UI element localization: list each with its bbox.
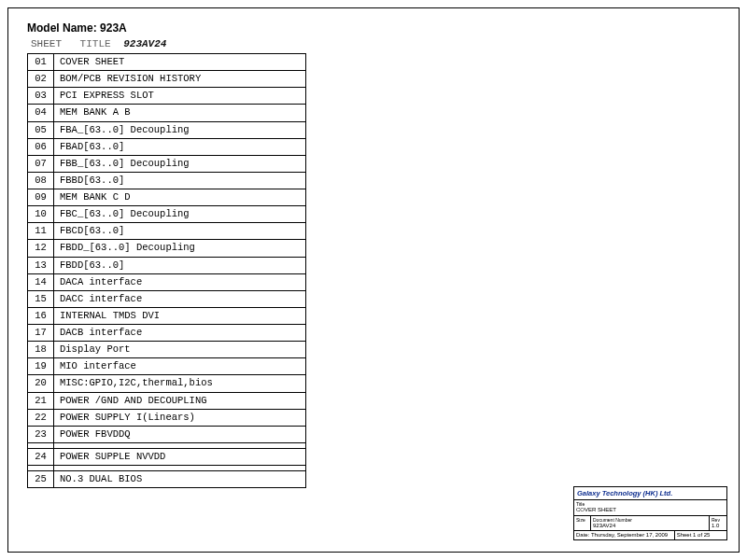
toc-col-title-value: 923AV24 [123,38,166,49]
toc-row-num: 03 [28,88,54,105]
toc-row-title: POWER SUPPLE NVVDD [54,448,306,465]
toc-row-num: 11 [28,223,54,240]
toc-row-num: 23 [28,426,54,442]
tb-of-label: of [698,532,702,538]
table-row: 15DACC interface [28,290,306,307]
toc-row-num: 09 [28,189,54,206]
table-row: 20MISC:GPIO,I2C,thermal,bios [28,375,306,392]
table-row: 18Display Port [28,342,306,358]
tb-sheet-value: 1 [693,532,696,538]
toc-row-title: MEM BANK A B [54,105,306,121]
table-row: 19MIO interface [28,358,306,375]
toc-row-num: 19 [28,358,54,375]
toc-row-title: POWER /GND AND DECOUPLING [54,392,306,409]
toc-row-num: 04 [28,105,54,121]
toc-row-title: FBCD[63..0] [54,223,306,240]
tb-date-label: Date: [576,532,589,538]
toc-row-title: PCI EXPRESS SLOT [54,88,306,105]
toc-row-title: MISC:GPIO,I2C,thermal,bios [54,375,306,392]
table-row: 13FBDD[63..0] [28,257,306,273]
toc-row-num: 18 [28,342,54,358]
toc-row-num: 07 [28,155,54,172]
tb-title-value: COVER SHEET [576,507,725,513]
sheet-index: Model Name: 923A SHEET TITLE 923AV24 01C… [27,21,306,488]
toc-row-title: FBAD[63..0] [54,138,306,155]
toc-row-num: 25 [28,471,54,488]
toc-row-title: BOM/PCB REVISION HISTORY [54,71,306,88]
table-row: 08FBBD[63..0] [28,172,306,189]
toc-header: SHEET TITLE 923AV24 [27,38,306,49]
table-row: 09MEM BANK C D [28,189,306,206]
table-row: 14DACA interface [28,273,306,290]
toc-row-num: 05 [28,121,54,138]
table-row: 12FBDD_[63..0] Decoupling [28,240,306,257]
toc-row-title: Display Port [54,342,306,358]
toc-row-title: FBB_[63..0] Decoupling [54,155,306,172]
toc-row-title: DACA interface [54,273,306,290]
table-row: 02BOM/PCB REVISION HISTORY [28,71,306,88]
toc-col-sheet: SHEET [27,38,64,49]
toc-row-title: DACB interface [54,325,306,342]
toc-row-title: INTERNAL TMDS DVI [54,307,306,324]
table-row: 25NO.3 DUAL BIOS [28,471,306,488]
toc-row-title: MEM BANK C D [54,189,306,206]
toc-row-num: 20 [28,375,54,392]
table-row: 16INTERNAL TMDS DVI [28,307,306,324]
table-row: 05FBA_[63..0] Decoupling [28,121,306,138]
table-row: 01COVER SHEET [28,54,306,71]
table-row: 04MEM BANK A B [28,105,306,121]
tb-size-label: Size [576,517,588,523]
toc-row-num: 01 [28,54,54,71]
table-row: 10FBC_[63..0] Decoupling [28,206,306,223]
model-name-value: 923A [100,21,127,35]
tb-of-value: 25 [704,532,711,538]
table-row: 21POWER /GND AND DECOUPLING [28,392,306,409]
model-name-label: Model Name: [27,21,97,35]
page-frame: Model Name: 923A SHEET TITLE 923AV24 01C… [7,7,740,553]
table-row: 23POWER FBVDDQ [28,426,306,442]
table-row: 06FBAD[63..0] [28,138,306,155]
toc-row-num: 13 [28,257,54,273]
toc-row-title: FBDD_[63..0] Decoupling [54,240,306,257]
toc-row-num: 06 [28,138,54,155]
tb-rev-value: 1.0 [712,523,725,529]
toc-row-title: FBC_[63..0] Decoupling [54,206,306,223]
table-row: 07FBB_[63..0] Decoupling [28,155,306,172]
title-block-company: Galaxy Technology (HK) Ltd. [574,487,726,500]
tb-date-value: Thursday, September 17, 2009 [591,532,668,538]
model-name-line: Model Name: 923A [27,21,306,35]
table-row: 22POWER SUPPLY I(Linears) [28,409,306,426]
tb-sheet-label: Sheet [677,532,692,538]
table-row: 17DACB interface [28,325,306,342]
table-row: 24POWER SUPPLE NVVDD [28,448,306,465]
toc-row-title: POWER FBVDDQ [54,426,306,442]
toc-row-title: FBDD[63..0] [54,257,306,273]
toc-row-num: 02 [28,71,54,88]
toc-row-num: 17 [28,325,54,342]
toc-row-title: COVER SHEET [54,54,306,71]
title-block: Galaxy Technology (HK) Ltd. Title COVER … [573,486,727,540]
toc-row-title: MIO interface [54,358,306,375]
toc-row-num: 15 [28,290,54,307]
toc-row-num: 10 [28,206,54,223]
toc-row-num: 12 [28,240,54,257]
toc-row-title: POWER SUPPLY I(Linears) [54,409,306,426]
tb-docno-value: 923AV24 [593,523,707,529]
toc-col-title-label: TITLE [71,38,118,49]
toc-row-title: NO.3 DUAL BIOS [54,471,306,488]
toc-row-num: 21 [28,392,54,409]
toc-row-num: 24 [28,448,54,465]
toc-row-title: FBBD[63..0] [54,172,306,189]
toc-table: 01COVER SHEET02BOM/PCB REVISION HISTORY0… [27,53,306,488]
toc-row-title: DACC interface [54,290,306,307]
table-row: 03PCI EXPRESS SLOT [28,88,306,105]
toc-row-num: 14 [28,273,54,290]
toc-row-num: 22 [28,409,54,426]
toc-row-num: 08 [28,172,54,189]
toc-row-num: 16 [28,307,54,324]
toc-row-title: FBA_[63..0] Decoupling [54,121,306,138]
table-row: 11FBCD[63..0] [28,223,306,240]
